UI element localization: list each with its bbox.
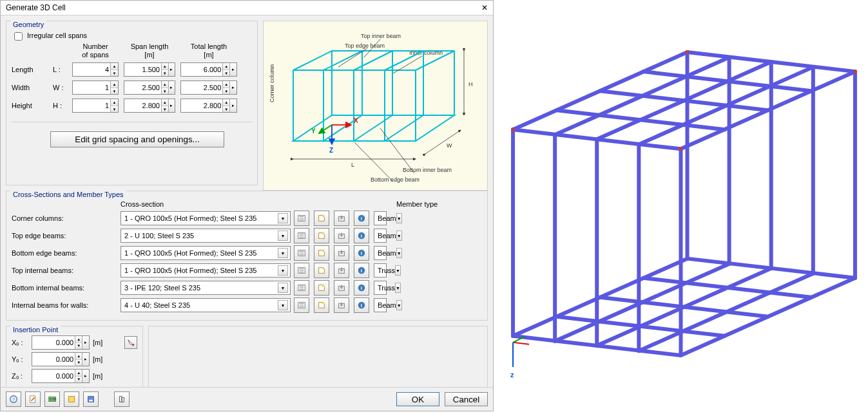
mt-select-1[interactable]: Beam▼ (374, 229, 387, 243)
defaults-icon[interactable] (64, 391, 79, 407)
edit-grid-button[interactable]: Edit grid spacing and openings... (50, 131, 224, 147)
svg-point-30 (322, 285, 325, 287)
cs-label: Bottom internal beams: (12, 284, 117, 292)
hdr-span-length: Span length [m] (124, 42, 175, 59)
axis-z-label: z (510, 371, 514, 379)
mt-select-4[interactable]: Truss▼ (374, 281, 387, 295)
library-icon[interactable] (294, 280, 309, 296)
svg-line-67 (557, 110, 724, 129)
ins-label: Y₀ : (12, 355, 28, 364)
new-icon[interactable] (314, 245, 329, 261)
cs-label: Top internal beams: (12, 267, 117, 274)
import-icon[interactable] (334, 280, 349, 296)
cross-sections-group: Cross-Sections and Member Types Cross-se… (6, 191, 488, 321)
library-icon[interactable] (294, 211, 309, 226)
3d-viewer[interactable]: z (494, 0, 868, 414)
pick-point-icon[interactable] (124, 336, 137, 349)
geometry-title: Geometry (10, 21, 46, 28)
svg-text:i: i (361, 233, 362, 239)
help-icon[interactable]: ? (6, 391, 21, 407)
svg-text:i: i (361, 303, 362, 308)
spanlen-input-1[interactable]: ▲▼▸ (124, 80, 175, 95)
irregular-spans-input[interactable] (14, 32, 23, 41)
ins-label: X₀ : (12, 339, 28, 347)
svg-point-20 (322, 250, 325, 252)
save-icon[interactable] (83, 391, 99, 407)
lbl-bot-edge: Bottom edge beam (371, 176, 420, 183)
import-icon[interactable] (334, 297, 349, 313)
svg-point-15 (322, 232, 325, 235)
info-icon[interactable]: i (354, 211, 369, 226)
ins-input-0[interactable]: ▲▼▸ (32, 335, 90, 350)
ok-button[interactable]: OK (396, 392, 439, 406)
preview-placeholder (148, 326, 488, 387)
svg-point-39 (132, 344, 135, 346)
new-icon[interactable] (314, 263, 329, 278)
library-icon[interactable] (294, 228, 309, 243)
library-icon[interactable] (294, 297, 309, 313)
svg-rect-49 (122, 397, 124, 402)
svg-line-84 (513, 343, 529, 344)
info-icon[interactable]: i (354, 297, 369, 313)
new-icon[interactable] (314, 228, 329, 243)
import-icon[interactable] (334, 211, 349, 226)
spans-input-0[interactable]: ▲▼ (72, 62, 119, 77)
insertion-point-group: Insertion Point X₀ :▲▼▸[m]Y₀ :▲▼▸[m]Z₀ :… (6, 326, 143, 387)
mt-select-5[interactable]: Beam▼ (374, 298, 387, 312)
mt-select-2[interactable]: Beam▼ (374, 246, 387, 260)
svg-rect-48 (120, 397, 122, 402)
hdr-member-type: Member type (396, 200, 470, 208)
model-icon[interactable] (114, 391, 130, 407)
mt-select-0[interactable]: Beam▼ (374, 211, 387, 225)
import-icon[interactable] (334, 228, 349, 243)
irregular-spans-checkbox[interactable]: Irregular cell spans (12, 32, 87, 39)
info-icon[interactable]: i (354, 228, 369, 243)
spanlen-input-2[interactable]: ▲▼▸ (124, 99, 175, 113)
new-icon[interactable] (314, 297, 329, 313)
svg-text:i: i (361, 250, 362, 256)
import-icon[interactable] (334, 263, 349, 278)
units-icon[interactable]: 0.00 (44, 391, 60, 407)
ins-unit: [m] (93, 339, 102, 346)
library-icon[interactable] (294, 245, 309, 261)
spans-input-1[interactable]: ▲▼ (72, 80, 119, 95)
close-icon[interactable]: ✕ (481, 3, 488, 12)
svg-rect-45 (69, 397, 75, 402)
info-icon[interactable]: i (354, 245, 369, 261)
mt-select-3[interactable]: Truss▼ (374, 263, 387, 278)
svg-point-35 (322, 302, 325, 305)
cancel-button[interactable]: Cancel (445, 392, 488, 406)
import-icon[interactable] (334, 245, 349, 261)
svg-point-83 (686, 50, 690, 54)
ins-input-2[interactable]: ▲▼▸ (32, 369, 90, 383)
lbl-top-inner: Top inner beam (361, 33, 401, 39)
cs-select-3[interactable]: 1 - QRO 100x5 (Hot Formed); Steel S 235▼ (121, 263, 291, 278)
spanlen-input-0[interactable]: ▲▼▸ (124, 62, 175, 77)
svg-text:H: H (468, 81, 473, 88)
cs-select-1[interactable]: 2 - U 100; Steel S 235▼ (121, 229, 291, 243)
svg-text:0.00: 0.00 (50, 397, 56, 401)
cs-select-2[interactable]: 1 - QRO 100x5 (Hot Formed); Steel S 235▼ (121, 246, 291, 260)
spans-input-2[interactable]: ▲▼ (72, 99, 119, 113)
info-icon[interactable]: i (354, 280, 369, 296)
svg-text:X: X (354, 117, 358, 124)
cs-select-5[interactable]: 4 - U 40; Steel S 235▼ (121, 298, 291, 312)
svg-line-1 (319, 125, 332, 133)
new-icon[interactable] (314, 211, 329, 226)
svg-point-81 (679, 147, 682, 151)
ins-unit: [m] (93, 372, 102, 380)
info-icon[interactable]: i (354, 263, 369, 278)
ins-input-1[interactable]: ▲▼▸ (32, 352, 90, 366)
cs-select-0[interactable]: 1 - QRO 100x5 (Hot Formed); Steel S 235▼ (121, 211, 291, 225)
total-input-1[interactable]: ▲▼▸ (180, 80, 237, 95)
titlebar: Generate 3D Cell ✕ (1, 1, 493, 15)
geometry-group: Geometry Irregular cell spans Number of … (6, 21, 258, 185)
edit-icon[interactable] (25, 391, 41, 407)
library-icon[interactable] (294, 263, 309, 278)
geom-sym: H : (53, 102, 67, 109)
new-icon[interactable] (314, 280, 329, 296)
total-input-0[interactable]: ▲▼▸ (180, 62, 237, 77)
total-input-2[interactable]: ▲▼▸ (180, 99, 237, 113)
cs-select-4[interactable]: 3 - IPE 120; Steel S 235▼ (121, 281, 291, 295)
ins-unit: [m] (93, 355, 102, 363)
